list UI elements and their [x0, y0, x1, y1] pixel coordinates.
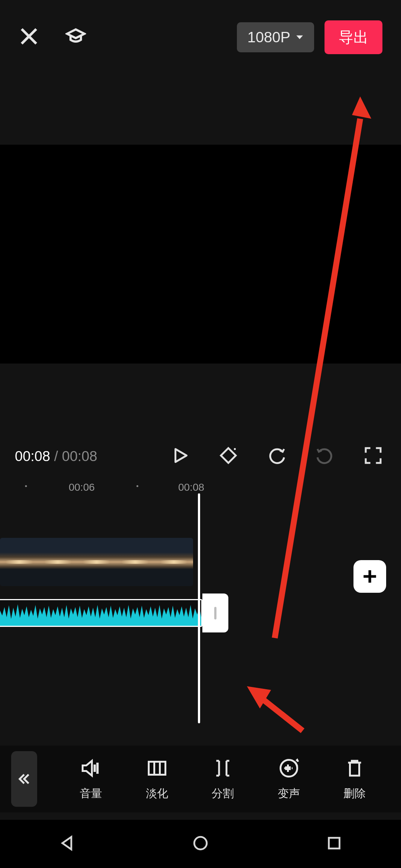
video-thumbnail [39, 538, 77, 586]
tool-volume[interactable]: 音量 [63, 757, 119, 801]
timeline[interactable] [0, 497, 401, 749]
video-preview[interactable] [0, 145, 401, 364]
export-label: 导出 [339, 29, 368, 45]
tool-voice[interactable]: 变声 [261, 757, 317, 801]
ruler-dot [25, 485, 27, 487]
top-bar: 1080P 导出 [0, 0, 401, 74]
video-track[interactable] [0, 538, 193, 586]
close-icon [19, 26, 39, 47]
playhead[interactable] [198, 493, 200, 723]
keyframe-button[interactable] [219, 446, 238, 466]
tool-label: 淡化 [146, 786, 168, 801]
export-button[interactable]: 导出 [325, 20, 382, 54]
svg-rect-4 [149, 762, 165, 775]
nav-back-button[interactable] [58, 834, 76, 854]
fullscreen-button[interactable] [364, 446, 382, 466]
tool-delete[interactable]: 删除 [327, 757, 382, 801]
undo-icon [267, 446, 286, 465]
tool-split[interactable]: 分割 [195, 757, 251, 801]
redo-button[interactable] [316, 446, 334, 466]
play-button[interactable] [171, 446, 189, 466]
resolution-selector[interactable]: 1080P [237, 22, 314, 52]
circle-home-icon [192, 834, 209, 852]
add-clip-button[interactable] [353, 560, 386, 593]
square-recent-icon [325, 834, 343, 852]
video-thumbnail [154, 538, 193, 586]
chevron-double-left-icon [17, 772, 32, 786]
tutorial-button[interactable] [65, 26, 86, 48]
tool-label: 音量 [80, 786, 102, 801]
ruler-tick: 00:06 [69, 481, 95, 493]
top-bar-right: 1080P 导出 [237, 20, 382, 54]
top-bar-left [19, 26, 86, 48]
playback-controls: 00:08 / 00:08 [0, 440, 401, 473]
triangle-back-icon [58, 834, 76, 852]
bottom-toolbar: 音量 淡化 分割 变声 删除 [0, 746, 401, 812]
video-thumbnail [0, 538, 39, 586]
nav-recent-button[interactable] [325, 834, 343, 854]
system-nav-bar [0, 820, 401, 868]
voice-change-icon [278, 757, 300, 779]
video-thumbnail [77, 538, 116, 586]
ruler-dot [137, 485, 138, 487]
svg-point-8 [194, 837, 207, 849]
resolution-label: 1080P [247, 29, 290, 46]
fade-icon [146, 757, 168, 779]
time-display: 00:08 / 00:08 [15, 448, 97, 464]
tool-label: 变声 [278, 786, 300, 801]
volume-icon [80, 757, 102, 779]
svg-marker-1 [352, 96, 371, 119]
audio-clip-handle[interactable] [202, 594, 228, 632]
close-button[interactable] [19, 26, 39, 48]
tool-label: 删除 [343, 786, 366, 801]
audio-track[interactable] [0, 599, 202, 627]
redo-icon [316, 446, 334, 465]
play-icon [171, 446, 189, 465]
keyframe-icon [219, 446, 238, 465]
tool-fade[interactable]: 淡化 [129, 757, 185, 801]
ruler-tick: 00:08 [178, 481, 204, 493]
svg-rect-9 [329, 838, 340, 849]
tool-row: 音量 淡化 分割 变声 删除 [63, 757, 401, 801]
tool-label: 分割 [212, 786, 234, 801]
timeline-ruler[interactable]: 00:06 00:08 [0, 479, 401, 497]
current-time: 00:08 [15, 448, 50, 464]
undo-button[interactable] [267, 446, 286, 466]
waveform-icon [0, 600, 201, 626]
time-separator: / [50, 448, 62, 464]
plus-icon [361, 568, 379, 585]
graduation-cap-icon [65, 26, 86, 47]
nav-home-button[interactable] [192, 834, 209, 854]
trash-icon [343, 757, 366, 779]
video-thumbnail [116, 538, 154, 586]
split-icon [212, 757, 234, 779]
playback-icons [171, 446, 386, 466]
toolbar-back-button[interactable] [11, 751, 37, 807]
chevron-down-icon [296, 33, 304, 41]
total-time: 00:08 [62, 448, 97, 464]
fullscreen-icon [364, 446, 382, 465]
